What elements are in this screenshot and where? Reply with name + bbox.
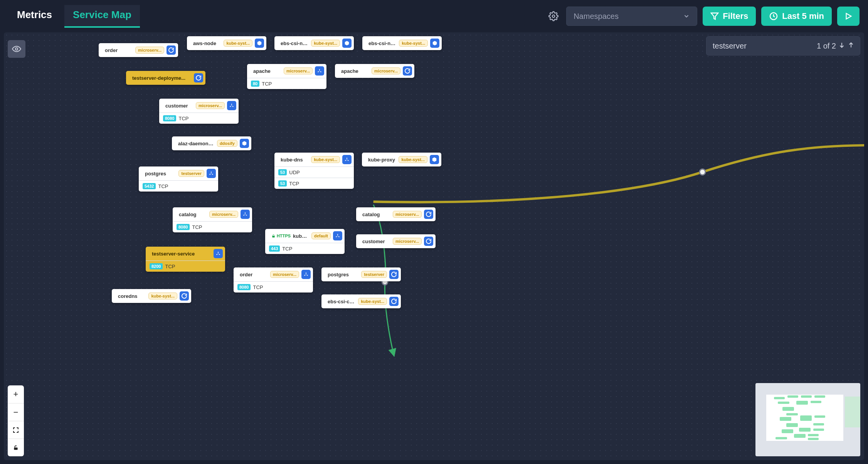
svg-point-33 [307, 275, 308, 276]
node-coredns[interactable]: coredns kube-syst... [112, 289, 191, 303]
node-postgres-service[interactable]: postgres testserver 5432TCP [139, 166, 218, 192]
node-kube-proxy[interactable]: kube-proxy kube-syst... [362, 153, 441, 166]
service-icon [333, 231, 342, 240]
search-next[interactable] [838, 42, 845, 50]
deployment-icon [180, 291, 189, 301]
port-row: 8080TCP [173, 221, 252, 232]
node-kube-dns[interactable]: kube-dns kube-syst... 53UDP 53TCP [274, 153, 354, 189]
port-row: 53UDP [274, 166, 354, 178]
port-row: 8080TCP [159, 113, 239, 124]
svg-point-32 [304, 275, 305, 276]
node-customer-deploy[interactable]: customer microserv... [356, 234, 436, 248]
visibility-toggle[interactable] [8, 40, 25, 58]
clock-icon [769, 12, 778, 21]
node-aws-node[interactable]: aws-node kube-syst... [187, 36, 266, 50]
deployment-icon [389, 297, 399, 306]
port-row: 8080TCP [234, 281, 313, 293]
port-row: 5432TCP [139, 180, 218, 192]
svg-point-31 [306, 272, 306, 273]
node-apache-service[interactable]: apache microserv... 80TCP [247, 64, 326, 89]
daemonset-icon [430, 39, 439, 48]
node-postgres-deploy[interactable]: postgres testserver [321, 267, 401, 281]
arrow-down-icon [838, 42, 845, 49]
deployment-icon [424, 237, 433, 246]
search-input[interactable] [712, 41, 811, 51]
svg-marker-1 [711, 13, 718, 20]
fit-view-button[interactable] [8, 421, 24, 439]
svg-point-22 [243, 215, 244, 215]
node-apache-deploy[interactable]: apache microserv... [335, 64, 414, 78]
port-row: 8200TCP [146, 261, 225, 272]
settings-button[interactable] [546, 9, 561, 24]
svg-point-21 [245, 212, 246, 213]
node-customer-service[interactable]: customer microserv... 8080TCP [159, 99, 239, 124]
tab-metrics[interactable]: Metrics [8, 5, 61, 28]
port-row: 443TCP [265, 243, 345, 254]
zoom-in-button[interactable]: + [8, 385, 24, 403]
svg-point-19 [209, 174, 210, 175]
service-icon [315, 66, 324, 76]
lock-icon [271, 234, 276, 238]
node-order-deploy[interactable]: order microserv... [99, 43, 178, 57]
deployment-icon [194, 73, 203, 82]
svg-point-12 [231, 104, 232, 104]
gear-icon [548, 11, 558, 21]
svg-point-30 [338, 236, 339, 237]
minimap-viewport[interactable] [845, 397, 860, 427]
port-row: 80TCP [247, 78, 326, 89]
daemonset-icon [255, 39, 264, 48]
daemonset-icon [342, 39, 352, 48]
svg-point-18 [211, 171, 212, 172]
svg-marker-3 [846, 13, 851, 19]
deployment-icon [167, 45, 176, 55]
node-order-service[interactable]: order microserv... 8080TCP [234, 267, 313, 293]
svg-rect-27 [272, 236, 274, 237]
eye-icon [12, 44, 21, 54]
zoom-out-button[interactable]: − [8, 403, 24, 421]
node-catalog-service[interactable]: catalog microserv... 8080TCP [173, 207, 252, 232]
svg-point-4 [700, 169, 705, 175]
node-ebs-csi-node-windows[interactable]: ebs-csi-node-windows kube-syst... [362, 36, 442, 50]
svg-point-9 [319, 69, 320, 70]
node-testserver-deployment[interactable]: testserver-deployme... [126, 71, 205, 85]
svg-point-26 [219, 254, 220, 255]
svg-rect-34 [14, 447, 17, 450]
svg-point-16 [345, 160, 346, 161]
service-icon [301, 270, 311, 279]
svg-point-25 [216, 254, 217, 255]
lock-open-icon [13, 445, 19, 451]
minimap[interactable] [755, 383, 860, 456]
node-ebs-csi-controller[interactable]: ebs-csi-controller kube-syst... [321, 294, 401, 308]
deployment-icon [389, 270, 399, 279]
deployment-icon [424, 210, 433, 219]
svg-point-10 [318, 71, 318, 72]
lock-button[interactable] [8, 439, 24, 456]
svg-point-14 [232, 106, 233, 107]
tab-service-map[interactable]: Service Map [64, 5, 140, 28]
node-ebs-csi-node[interactable]: ebs-csi-node kube-syst... [274, 36, 354, 50]
svg-point-28 [337, 234, 338, 235]
timerange-button[interactable]: Last 5 min [761, 7, 832, 26]
play-button[interactable] [837, 7, 860, 26]
node-kubernetes[interactable]: HTTPS kubernetes default 443TCP [265, 229, 345, 254]
svg-point-24 [218, 252, 219, 252]
service-icon [214, 249, 223, 258]
zoom-controls: + − [8, 385, 24, 456]
svg-point-20 [212, 174, 213, 175]
namespaces-select[interactable]: Namespaces [566, 7, 697, 26]
svg-point-17 [348, 160, 348, 161]
search-prev[interactable] [848, 42, 855, 50]
filter-icon [710, 12, 719, 20]
node-alaz-daemonset[interactable]: alaz-daemonset ddosify [172, 136, 251, 150]
service-icon [241, 210, 250, 219]
search-count: 1 of 2 [817, 42, 836, 50]
svg-point-0 [552, 15, 555, 18]
svg-point-23 [246, 215, 247, 215]
node-catalog-deploy[interactable]: catalog microserv... [356, 207, 436, 221]
https-badge: HTTPS [271, 234, 291, 238]
filters-button[interactable]: Filters [703, 7, 756, 26]
svg-point-29 [336, 236, 336, 237]
service-map-canvas[interactable]: 1 of 2 order microserv... aws-node kube-… [4, 32, 864, 460]
node-testserver-service[interactable]: testserver-service 8200TCP [146, 247, 225, 272]
service-icon [342, 155, 352, 164]
